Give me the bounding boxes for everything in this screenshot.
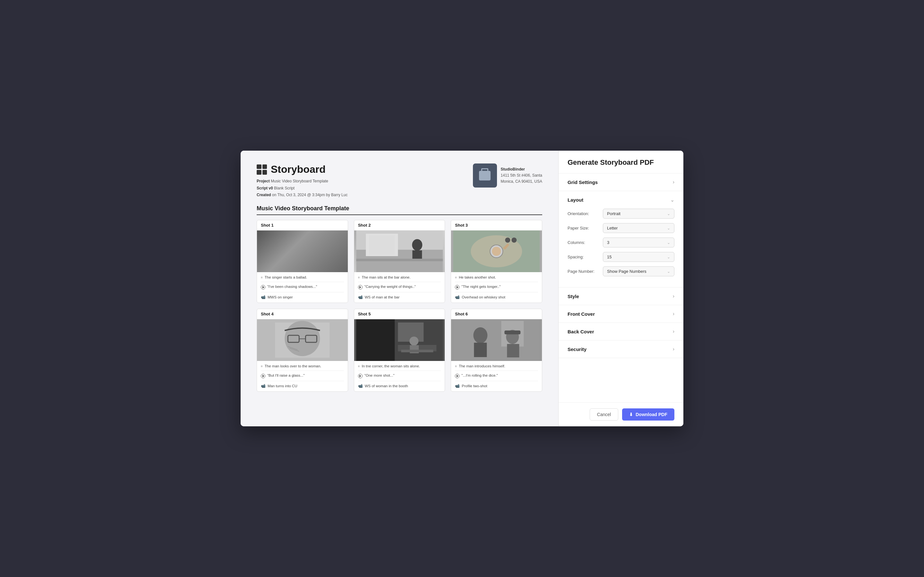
created-meta: Created on Thu, Oct 3, 2024 @ 3:34pm by … bbox=[257, 192, 347, 199]
cancel-button[interactable]: Cancel bbox=[590, 408, 619, 421]
layout-label: Layout bbox=[567, 197, 583, 203]
shot-3-body: ≡ He takes another shot. "The night gets… bbox=[451, 272, 542, 303]
doc-title: Storyboard bbox=[257, 163, 347, 175]
camera-icon: 📹 bbox=[261, 384, 266, 388]
camera-icon: 📹 bbox=[455, 295, 460, 300]
play-icon bbox=[358, 374, 363, 378]
back-cover-header[interactable]: Back Cover › bbox=[559, 323, 683, 340]
shot-6-body: ≡ The man introduces himself. "...I'm ro… bbox=[451, 361, 542, 392]
shot-6-illustration bbox=[451, 319, 542, 361]
shot-card-4: Shot 4 bbox=[257, 309, 348, 392]
download-icon: ⬇ bbox=[629, 412, 633, 417]
layout-header[interactable]: Layout ⌄ bbox=[559, 191, 683, 209]
section-back-cover: Back Cover › bbox=[559, 323, 683, 340]
shot-2-camera: 📹 WS of man at the bar bbox=[358, 295, 441, 300]
svg-rect-15 bbox=[356, 259, 443, 261]
section-grid-settings: Grid Settings › bbox=[559, 173, 683, 191]
style-chevron: › bbox=[673, 293, 674, 299]
script-meta: Script v0 Blank Script bbox=[257, 185, 347, 192]
shot-2-header: Shot 2 bbox=[354, 220, 445, 230]
shot-5-image bbox=[354, 319, 445, 361]
shot-grid: Shot 1 bbox=[257, 220, 542, 392]
svg-rect-4 bbox=[300, 255, 304, 266]
shot-6-dialogue: "...I'm rolling the dice." bbox=[455, 374, 538, 381]
shot-4-description: ≡ The man looks over to the woman. bbox=[261, 364, 344, 371]
section-style: Style › bbox=[559, 287, 683, 305]
paper-size-label: Paper Size: bbox=[567, 226, 603, 230]
panel-body: Grid Settings › Layout ⌄ Orientation: Po… bbox=[559, 173, 683, 402]
shot-4-header: Shot 4 bbox=[257, 309, 348, 319]
svg-point-41 bbox=[473, 327, 488, 343]
orientation-select[interactable]: Portrait ⌄ bbox=[603, 209, 674, 219]
layout-expanded: Orientation: Portrait ⌄ Paper Size: Lett… bbox=[559, 209, 683, 287]
shot-6-description: ≡ The man introduces himself. bbox=[455, 364, 538, 371]
camera-icon: 📹 bbox=[261, 295, 266, 300]
shot-6-header: Shot 6 bbox=[451, 309, 542, 319]
shot-2-image bbox=[354, 230, 445, 272]
svg-rect-0 bbox=[259, 230, 346, 272]
svg-point-21 bbox=[512, 237, 517, 243]
columns-select[interactable]: 3 ⌄ bbox=[603, 237, 674, 247]
shot-1-image bbox=[257, 230, 348, 272]
front-cover-header[interactable]: Front Cover › bbox=[559, 305, 683, 322]
page-number-row: Page Number: Show Page Numbers ⌄ bbox=[567, 266, 674, 276]
shot-card-6: Shot 6 bbox=[451, 309, 542, 392]
storyboard-title: Storyboard bbox=[271, 163, 326, 175]
orientation-label: Orientation: bbox=[567, 211, 603, 216]
page-number-select[interactable]: Show Page Numbers ⌄ bbox=[603, 266, 674, 276]
download-pdf-button[interactable]: ⬇ Download PDF bbox=[622, 408, 674, 421]
shot-4-dialogue: "But I'll raise a glass..." bbox=[261, 374, 344, 381]
style-header[interactable]: Style › bbox=[559, 287, 683, 305]
camera-icon: 📹 bbox=[455, 384, 460, 388]
layout-chevron: ⌄ bbox=[670, 197, 674, 203]
desc-icon: ≡ bbox=[455, 364, 457, 368]
svg-rect-45 bbox=[507, 344, 519, 358]
play-icon bbox=[261, 374, 265, 378]
shot-6-image bbox=[451, 319, 542, 361]
company-info: StudioBinder 1411 5th St #406, Santa Mon… bbox=[501, 166, 542, 185]
shot-3-header: Shot 3 bbox=[451, 220, 542, 230]
grid-settings-header[interactable]: Grid Settings › bbox=[559, 173, 683, 191]
svg-rect-1 bbox=[259, 230, 346, 272]
doc-meta: Project Music Video Storyboard Template … bbox=[257, 178, 347, 199]
panel-title: Generate Storyboard PDF bbox=[567, 158, 674, 167]
shot-2-dialogue: "Carrying the weight of things.." bbox=[358, 285, 441, 292]
section-title: Music Video Storyboard Template bbox=[257, 205, 542, 215]
svg-point-6 bbox=[292, 239, 295, 241]
svg-rect-39 bbox=[453, 319, 540, 361]
shot-5-dialogue: "One more shot..." bbox=[358, 374, 441, 381]
spacing-label: Spacing: bbox=[567, 255, 603, 259]
desc-icon: ≡ bbox=[261, 276, 263, 279]
shot-2-illustration bbox=[354, 230, 445, 272]
shot-5-camera: 📹 WS of woman in the booth bbox=[358, 384, 441, 388]
grid-icon bbox=[257, 164, 267, 175]
shot-card-1: Shot 1 bbox=[257, 220, 348, 303]
front-cover-label: Front Cover bbox=[567, 311, 595, 317]
shot-5-description: ≡ In tne corner, the woman sits alone. bbox=[358, 364, 441, 371]
back-cover-label: Back Cover bbox=[567, 329, 594, 334]
shot-6-camera: 📹 Profile two-shot bbox=[455, 384, 538, 388]
shot-5-body: ≡ In tne corner, the woman sits alone. "… bbox=[354, 361, 445, 392]
svg-rect-31 bbox=[356, 319, 395, 361]
shot-1-header: Shot 1 bbox=[257, 220, 348, 230]
svg-rect-42 bbox=[474, 343, 487, 357]
page-number-label: Page Number: bbox=[567, 269, 603, 274]
security-header[interactable]: Security › bbox=[559, 340, 683, 358]
svg-rect-7 bbox=[259, 239, 346, 272]
logo-box bbox=[473, 163, 497, 187]
shot-card-3: Shot 3 bbox=[451, 220, 542, 303]
desc-icon: ≡ bbox=[358, 364, 360, 368]
svg-point-8 bbox=[276, 258, 328, 261]
paper-size-select[interactable]: Letter ⌄ bbox=[603, 223, 674, 233]
shot-4-image bbox=[257, 319, 348, 361]
svg-point-19 bbox=[492, 247, 501, 256]
back-cover-chevron: › bbox=[673, 329, 674, 334]
spacing-row: Spacing: 15 ⌄ bbox=[567, 252, 674, 262]
grid-settings-chevron: › bbox=[673, 179, 674, 185]
shot-1-camera: 📹 MWS on singer bbox=[261, 295, 344, 300]
columns-row: Columns: 3 ⌄ bbox=[567, 237, 674, 247]
front-cover-chevron: › bbox=[673, 311, 674, 317]
shot-5-header: Shot 5 bbox=[354, 309, 445, 319]
spacing-select[interactable]: 15 ⌄ bbox=[603, 252, 674, 262]
security-chevron: › bbox=[673, 346, 674, 352]
